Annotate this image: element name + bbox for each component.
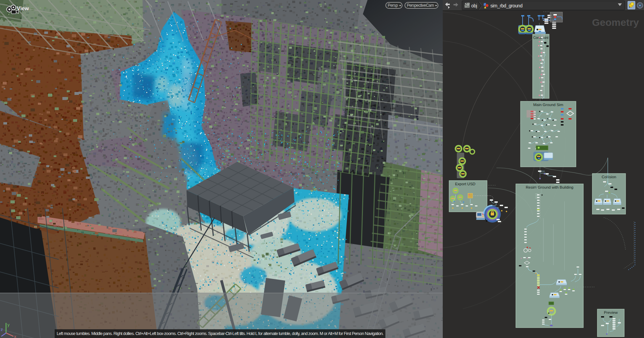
svg-text:Geometry: Geometry [592,17,639,28]
svg-text:x: x [14,334,16,338]
svg-text:Main Ground Sim: Main Ground Sim [533,103,563,107]
svg-text:*: * [527,257,528,260]
svg-text:Resim Ground with Building: Resim Ground with Building [526,185,574,189]
svg-text:Preview: Preview [604,310,618,315]
svg-text:z: z [1,327,3,332]
svg-text:y: y [7,322,10,327]
svg-text:Export USD: Export USD [455,182,476,186]
svg-text:Collision: Collision [602,175,616,179]
svg-text:*: * [521,257,522,260]
